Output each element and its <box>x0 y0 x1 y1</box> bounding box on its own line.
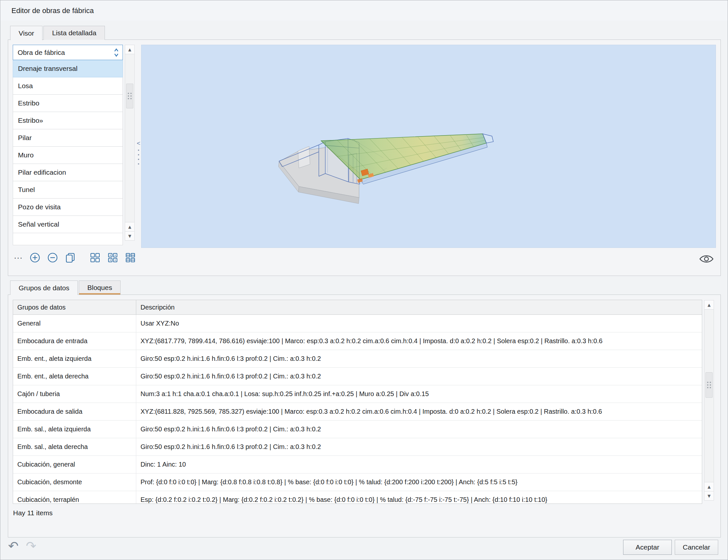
data-groups-table: Grupos de datos Descripción GeneralUsar … <box>13 300 702 504</box>
cell-description: Prof: {d:0 f:0 i:0 t:0} | Marg: {d:0.8 f… <box>136 473 702 491</box>
viewer-toolbar: ... <box>14 251 137 265</box>
type-list-item[interactable]: Pozo de visita <box>13 198 123 216</box>
obra-type-selector[interactable]: Obra de fábrica <box>13 45 123 60</box>
cell-description: Giro:50 esp:0.2 h.ini:1.6 h.fin:0.6 l:3 … <box>136 420 702 438</box>
type-list-item[interactable]: Estribo <box>13 94 123 112</box>
list-scrollbar-thumb[interactable] <box>126 84 133 108</box>
column-header-grupos[interactable]: Grupos de datos <box>13 300 136 314</box>
table-scrollbar[interactable]: ▲ ▲ ▼ <box>704 300 714 501</box>
list-scroll-up-button[interactable]: ▲ <box>125 45 134 54</box>
table-scrollbar-bottom-buttons: ▲ ▼ <box>704 482 714 500</box>
type-list-item[interactable]: Losa <box>13 77 123 95</box>
list-scrollbar-bottom-buttons: ▲ ▼ <box>125 222 134 240</box>
cell-group-name: Cubicación, general <box>13 456 136 473</box>
table-row[interactable]: Cubicación, generalDinc: 1 Ainc: 10 <box>13 456 702 473</box>
table-row[interactable]: GeneralUsar XYZ:No <box>13 315 702 332</box>
type-list: Drenaje transversalLosaEstriboEstribo»Pi… <box>13 60 123 248</box>
cell-group-name: Cubicación, desmonte <box>13 473 136 491</box>
tab-bloques[interactable]: Bloques <box>79 280 121 294</box>
cell-description: Giro:50 esp:0.2 h.ini:1.6 h.fin:0.6 l:3 … <box>136 368 702 385</box>
type-list-item[interactable]: Pilar <box>13 129 123 147</box>
cell-group-name: Cajón / tuberia <box>13 385 136 403</box>
data-table-body: GeneralUsar XYZ:NoEmbocadura de entradaX… <box>13 315 702 504</box>
list-scrollbar[interactable]: ▲ ▲ ▼ <box>125 45 135 241</box>
eye-icon[interactable] <box>699 254 714 265</box>
table-scroll-up-button[interactable]: ▲ <box>704 300 714 309</box>
grid-view-icon-1[interactable] <box>89 252 101 264</box>
table-row[interactable]: Embocadura de entradaXYZ:(6817.779, 7899… <box>13 332 702 350</box>
type-list-item[interactable]: Señal vertical <box>13 216 123 233</box>
bottom-tabstrip: Grupos de datos Bloques <box>10 280 122 295</box>
cell-description: Dinc: 1 Ainc: 10 <box>136 456 702 473</box>
grid-view-icon-2[interactable] <box>107 252 119 264</box>
cell-description: Usar XYZ:No <box>136 315 702 332</box>
cell-description: Giro:50 esp:0.2 h.ini:1.6 h.fin:0.6 l:3 … <box>136 438 702 455</box>
cell-description: Giro:50 esp:0.2 h.ini:1.6 h.fin:0.6 l:3 … <box>136 350 702 367</box>
thumb-grip-icon <box>707 382 711 388</box>
tab-lista-detallada[interactable]: Lista detallada <box>43 26 105 40</box>
table-row[interactable]: Embocadura de salidaXYZ:(6811.828, 7925.… <box>13 403 702 420</box>
type-list-item[interactable]: Estribo» <box>13 112 123 129</box>
tab-grupos-de-datos[interactable]: Grupos de datos <box>10 280 78 295</box>
list-scroll-down-button[interactable]: ▼ <box>125 231 134 240</box>
table-row[interactable]: Cajón / tuberiaNum:3 a:1 h:1 cha.a:0.1 c… <box>13 385 702 403</box>
cell-description: Esp: {d:0.2 f:0.2 i:0.2 t:0.2} | Marg: {… <box>136 491 702 504</box>
table-row[interactable]: Emb. sal., aleta derechaGiro:50 esp:0.2 … <box>13 438 702 456</box>
table-row[interactable]: Emb. ent., aleta izquierdaGiro:50 esp:0.… <box>13 350 702 368</box>
viewer-3d-canvas[interactable] <box>141 45 716 248</box>
type-list-item[interactable]: Drenaje transversal <box>13 60 123 77</box>
type-list-item[interactable]: Muro <box>13 146 123 164</box>
spinner-updown-icon[interactable] <box>113 48 119 58</box>
cell-group-name: Emb. sal., aleta derecha <box>13 438 136 455</box>
cancelar-button[interactable]: Cancelar <box>675 540 718 555</box>
cell-group-name: General <box>13 315 136 332</box>
cell-group-name: Emb. sal., aleta izquierda <box>13 420 136 438</box>
table-row[interactable]: Cubicación, desmonteProf: {d:0 f:0 i:0 t… <box>13 473 702 491</box>
column-header-descripcion[interactable]: Descripción <box>136 300 702 314</box>
more-options-button[interactable]: ... <box>14 251 23 265</box>
table-scroll-down-button[interactable]: ▼ <box>704 491 714 500</box>
cell-group-name: Cubicación, terraplén <box>13 491 136 504</box>
list-scroll-up-button-2[interactable]: ▲ <box>125 222 134 231</box>
table-header-row: Grupos de datos Descripción <box>13 300 702 315</box>
cell-description: Num:3 a:1 h:1 cha.a:0.1 cha.a:0.1 | Losa… <box>136 385 702 403</box>
dialog-editor-obras-de-fabrica: Editor de obras de fábrica Visor Lista d… <box>0 0 728 560</box>
remove-icon[interactable] <box>46 252 59 264</box>
culvert-3d-model <box>141 45 716 248</box>
cell-group-name: Embocadura de salida <box>13 403 136 420</box>
tab-visor[interactable]: Visor <box>10 26 42 40</box>
type-list-item[interactable] <box>13 233 123 245</box>
copy-icon[interactable] <box>64 252 76 264</box>
collapse-left-icon[interactable]: < <box>137 140 140 146</box>
aceptar-button[interactable]: Aceptar <box>623 540 672 555</box>
cell-description: XYZ:(6811.828, 7925.569, 785.327) esviaj… <box>136 403 702 420</box>
type-list-item[interactable]: Tunel <box>13 181 123 199</box>
cell-group-name: Embocadura de entrada <box>13 332 136 350</box>
titlebar: Editor de obras de fábrica <box>0 0 728 21</box>
obra-type-selector-value: Obra de fábrica <box>18 49 65 57</box>
cell-group-name: Emb. ent., aleta derecha <box>13 368 136 385</box>
panel-splitter[interactable]: < <box>136 140 141 181</box>
type-list-item[interactable]: Pilar edificacion <box>13 164 123 181</box>
table-row[interactable]: Cubicación, terraplénEsp: {d:0.2 f:0.2 i… <box>13 491 702 504</box>
window-title: Editor de obras de fábrica <box>11 7 94 15</box>
cell-description: XYZ:(6817.779, 7899.414, 786.616) esviaj… <box>136 332 702 350</box>
table-scrollbar-thumb[interactable] <box>705 372 713 398</box>
table-row[interactable]: Emb. ent., aleta derechaGiro:50 esp:0.2 … <box>13 368 702 385</box>
grid-view-icon-3[interactable] <box>124 252 137 264</box>
undo-icon[interactable]: ↶ <box>8 538 19 553</box>
top-tabstrip: Visor Lista detallada <box>10 26 106 40</box>
cell-group-name: Emb. ent., aleta izquierda <box>13 350 136 367</box>
table-row[interactable]: Emb. sal., aleta izquierdaGiro:50 esp:0.… <box>13 420 702 438</box>
thumb-grip-icon <box>128 93 132 99</box>
redo-icon[interactable]: ↷ <box>26 538 36 553</box>
table-scroll-up-button-2[interactable]: ▲ <box>704 482 714 491</box>
items-count-label: Hay 11 items <box>13 509 53 517</box>
add-icon[interactable] <box>29 252 41 264</box>
